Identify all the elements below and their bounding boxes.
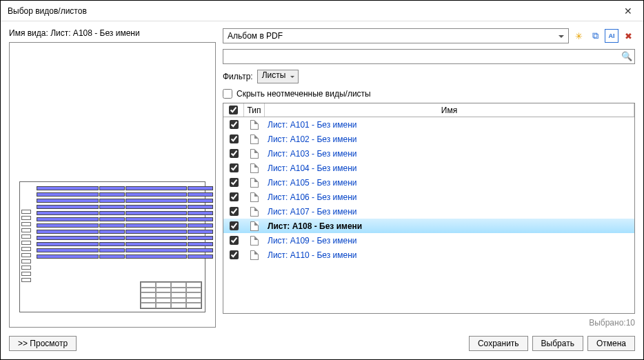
sheet-type-icon [244,207,265,217]
header-name-column[interactable]: Имя [265,103,634,117]
filter-value: Листы [262,70,286,80]
new-set-icon[interactable]: ✳ [572,29,585,43]
row-checkbox[interactable] [230,250,239,259]
search-input[interactable] [223,49,635,64]
sheet-type-icon [244,120,265,130]
row-name[interactable]: Лист: А110 - Без имени [268,250,357,260]
row-checkbox[interactable] [230,178,239,187]
grid-header: Тип Имя [223,103,634,117]
filter-label: Фильтр: [223,72,253,81]
selected-count: Выбрано:10 [223,318,635,328]
hide-unchecked-checkbox[interactable] [223,89,232,99]
row-checkbox[interactable] [230,134,239,143]
table-row[interactable]: Лист: А110 - Без имени [223,248,634,262]
sheet-type-icon [244,163,265,173]
row-name[interactable]: Лист: А105 - Без имени [268,178,357,188]
row-checkbox[interactable] [230,120,239,129]
sheet-thumbnail [19,181,205,312]
save-button[interactable]: Сохранить [469,336,528,351]
sheet-type-icon [244,221,265,231]
sheet-type-icon [244,149,265,159]
row-name[interactable]: Лист: А106 - Без имени [268,192,357,202]
row-checkbox[interactable] [230,163,239,172]
row-name[interactable]: Лист: А103 - Без имени [268,149,357,159]
sheet-type-icon [244,178,265,188]
table-row[interactable]: Лист: А101 - Без имени [223,117,634,132]
header-check-column[interactable] [223,103,244,117]
grid-body[interactable]: Лист: А101 - Без имениЛист: А102 - Без и… [223,117,634,313]
row-name[interactable]: Лист: А104 - Без имени [268,163,357,173]
sheet-type-icon [244,134,265,144]
row-name[interactable]: Лист: А101 - Без имени [268,120,357,130]
hide-unchecked-label: Скрыть неотмеченные виды/листы [237,89,371,99]
filter-select[interactable]: Листы [257,70,299,83]
titlebar: Выбор видов/листов ✕ [1,1,643,21]
row-name[interactable]: Лист: А109 - Без имени [268,236,357,246]
duplicate-set-icon[interactable]: ⧉ [588,29,602,43]
sheet-type-icon [244,192,265,202]
sheet-type-icon [244,250,265,260]
row-checkbox[interactable] [230,149,239,158]
table-row[interactable]: Лист: А109 - Без имени [223,233,634,248]
sheet-type-icon [244,236,265,246]
table-row[interactable]: Лист: А104 - Без имени [223,161,634,175]
sheet-grid: Тип Имя Лист: А101 - Без имениЛист: А102… [223,103,635,314]
window-title: Выбор видов/листов [8,6,612,16]
row-checkbox[interactable] [230,207,239,216]
viewset-combo[interactable]: Альбом в PDF [223,28,569,43]
cancel-button[interactable]: Отмена [587,336,635,351]
row-name[interactable]: Лист: А102 - Без имени [268,134,357,144]
table-row[interactable]: Лист: А102 - Без имени [223,132,634,146]
master-checkbox[interactable] [229,106,238,114]
table-row[interactable]: Лист: А106 - Без имени [223,190,634,204]
row-name[interactable]: Лист: А108 - Без имени [268,221,362,231]
preview-button[interactable]: >> Просмотр [9,336,77,351]
table-row[interactable]: Лист: А103 - Без имени [223,146,634,161]
row-checkbox[interactable] [230,192,239,201]
delete-set-icon[interactable]: ✖ [621,29,635,43]
preview-pane [9,42,216,328]
table-row[interactable]: Лист: А108 - Без имени [223,219,634,233]
search-icon[interactable]: 🔍 [621,51,632,61]
row-name[interactable]: Лист: А107 - Без имени [268,207,357,217]
rename-set-icon[interactable]: AI [605,29,618,43]
row-checkbox[interactable] [230,221,239,230]
table-row[interactable]: Лист: А107 - Без имени [223,204,634,219]
header-type-column[interactable]: Тип [244,103,265,117]
close-button[interactable]: ✕ [612,1,643,21]
viewname-label: Имя вида: Лист: А108 - Без имени [9,28,216,38]
row-checkbox[interactable] [230,236,239,245]
table-row[interactable]: Лист: А105 - Без имени [223,175,634,190]
viewset-combo-value: Альбом в PDF [228,31,283,41]
select-button[interactable]: Выбрать [532,336,583,351]
